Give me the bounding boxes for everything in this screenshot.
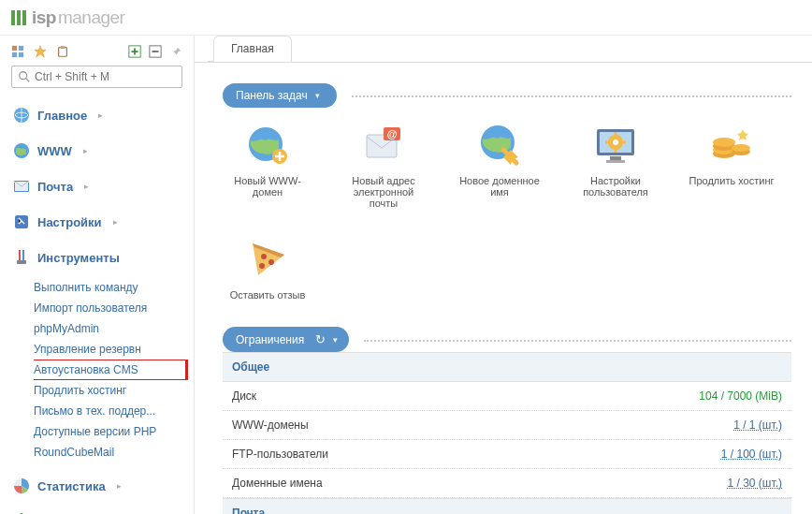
- tile-new-email[interactable]: @ Новый адрес электронной почты: [339, 121, 428, 209]
- svg-rect-34: [622, 141, 626, 144]
- sub-php-versions[interactable]: Доступные версии PHP: [34, 421, 194, 442]
- row-www-domains: WWW-домены1 / 1 (шт.): [223, 411, 791, 440]
- tile-label: Оставить отзыв: [223, 289, 312, 301]
- cell-key: WWW-домены: [232, 419, 309, 432]
- sub-extend-hosting[interactable]: Продлить хостинг: [34, 380, 194, 401]
- email-icon: @: [360, 121, 407, 168]
- nav-main-label: Главное: [37, 109, 87, 123]
- svg-rect-15: [19, 250, 21, 261]
- svg-rect-1: [19, 46, 23, 51]
- mail-icon: [13, 178, 30, 195]
- sub-phpmyadmin[interactable]: phpMyAdmin: [34, 318, 194, 339]
- tile-label: Новый адрес электронной почты: [339, 175, 428, 209]
- tasks-panel-label: Панель задач: [236, 89, 308, 102]
- cell-val[interactable]: 1 / 30 (шт.): [728, 477, 782, 490]
- svg-point-43: [259, 263, 265, 269]
- tile-feedback[interactable]: Оставить отзыв: [223, 235, 312, 301]
- sub-import-user[interactable]: Импорт пользователя: [34, 298, 194, 318]
- row-ftp: FTP-пользователи1 / 100 (шт.): [223, 440, 791, 469]
- chevron-right-icon: ▸: [83, 146, 88, 155]
- search-box[interactable]: [11, 66, 182, 88]
- nav-www[interactable]: WWW▸: [0, 133, 194, 169]
- logo: ispmanager: [11, 7, 124, 28]
- star-icon[interactable]: [34, 45, 47, 58]
- coins-icon: [708, 121, 755, 168]
- group-general: Общее: [223, 352, 791, 382]
- cell-val[interactable]: 1 / 100 (шт.): [721, 448, 782, 461]
- limits-section: Ограничения↻▾ Общее Диск104 / 7000 (MiB)…: [223, 327, 791, 514]
- globe-add-icon: [244, 121, 291, 168]
- pin-icon[interactable]: [169, 45, 182, 58]
- svg-text:@: @: [387, 128, 398, 140]
- logo-manager: manager: [58, 7, 125, 28]
- tile-label: Продлить хостинг: [687, 175, 776, 186]
- tile-user-settings[interactable]: Настройки пользователя: [571, 121, 660, 209]
- tile-label: Настройки пользователя: [571, 175, 660, 198]
- nav-mail[interactable]: Почта▸: [0, 169, 194, 204]
- svg-rect-27: [610, 156, 621, 160]
- monitor-settings-icon: [592, 121, 639, 168]
- sub-roundcube[interactable]: RoundCubeMail: [34, 442, 194, 463]
- row-disk: Диск104 / 7000 (MiB): [223, 382, 791, 411]
- limits-header-button[interactable]: Ограничения↻▾: [223, 327, 349, 352]
- nav-addons[interactable]: Доп. приложения▸: [0, 504, 194, 514]
- limits-header-label: Ограничения: [236, 333, 304, 346]
- svg-point-42: [268, 259, 274, 265]
- nav-settings-label: Настройки: [37, 215, 102, 229]
- tile-new-www-domain[interactable]: Новый WWW-домен: [223, 121, 312, 209]
- svg-rect-5: [59, 48, 67, 57]
- chevron-down-icon: ▾: [315, 91, 320, 100]
- tab-home[interactable]: Главная: [213, 36, 292, 62]
- sub-support-letter[interactable]: Письмо в тех. поддер...: [34, 401, 194, 421]
- nav-settings[interactable]: Настройки▸: [0, 204, 194, 240]
- svg-rect-33: [605, 141, 609, 144]
- nav-tools-sublist: Выполнить команду Импорт пользователя ph…: [0, 275, 194, 468]
- nav-www-label: WWW: [37, 144, 72, 158]
- svg-rect-32: [615, 149, 617, 153]
- row-domain-names: Доменные имена1 / 30 (шт.): [223, 469, 791, 498]
- chart-icon: [13, 477, 30, 494]
- chevron-right-icon: ▸: [84, 182, 89, 191]
- cell-key: Диск: [232, 389, 256, 403]
- globe-icon: [13, 107, 30, 124]
- tab-strip: Главная: [195, 36, 812, 62]
- nav-stats[interactable]: Статистика▸: [0, 468, 194, 504]
- svg-point-30: [613, 140, 618, 145]
- tools-icon: [13, 213, 30, 230]
- chevron-right-icon: ▸: [117, 481, 122, 491]
- minus-icon[interactable]: [149, 45, 162, 58]
- chevron-down-icon: ▾: [333, 335, 338, 345]
- logo-bars-icon: [11, 10, 26, 25]
- sub-autoinstall-cms[interactable]: Автоустановка CMS: [34, 360, 194, 380]
- nav-tools[interactable]: Инструменты: [0, 240, 194, 275]
- svg-rect-17: [17, 260, 26, 264]
- svg-rect-28: [606, 160, 625, 163]
- nav-tools-label: Инструменты: [37, 251, 120, 265]
- sub-run-command[interactable]: Выполнить команду: [34, 277, 194, 298]
- nav-main[interactable]: Главное▸: [0, 97, 194, 133]
- app-header: ispmanager: [0, 0, 812, 36]
- tile-new-domain[interactable]: Новое доменное имя: [455, 121, 544, 209]
- main-area: Главная Панель задач▾ Новый WWW-домен @ …: [195, 36, 812, 514]
- sub-backup[interactable]: Управление резервн: [34, 339, 194, 360]
- cell-val[interactable]: 1 / 1 (шт.): [733, 419, 782, 432]
- svg-rect-2: [12, 52, 17, 57]
- chevron-right-icon: ▸: [98, 110, 103, 120]
- chevron-right-icon: ▸: [113, 217, 118, 227]
- tasks-panel-button[interactable]: Панель задач▾: [223, 83, 337, 108]
- nav-stats-label: Статистика: [37, 479, 106, 493]
- tile-extend-hosting[interactable]: Продлить хостинг: [687, 121, 776, 209]
- clipboard-icon[interactable]: [56, 45, 69, 58]
- domain-icon: [476, 121, 523, 168]
- svg-point-40: [732, 144, 750, 152]
- layout-icon[interactable]: [11, 45, 24, 58]
- svg-rect-14: [15, 215, 28, 228]
- wrench-icon: [13, 249, 30, 266]
- search-input[interactable]: [35, 70, 176, 83]
- plus-icon[interactable]: [128, 45, 141, 58]
- cell-val[interactable]: 104 / 7000 (MiB): [699, 389, 782, 403]
- tasks-section-header: Панель задач▾: [223, 83, 791, 108]
- svg-point-38: [713, 138, 735, 147]
- sidebar: Главное▸ WWW▸ Почта▸ Настройки▸ Инструме…: [0, 36, 195, 514]
- group-mail: Почта: [223, 498, 791, 514]
